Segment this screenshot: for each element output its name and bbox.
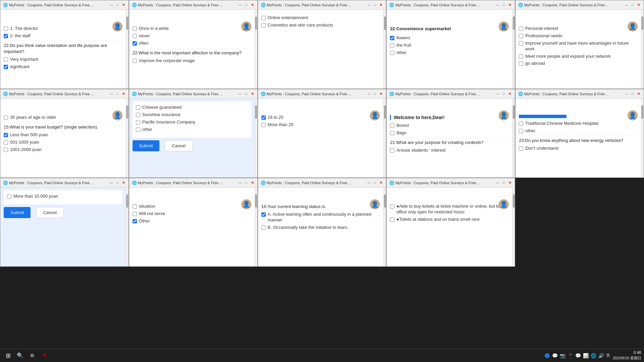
scrollbar[interactable] xyxy=(641,99,644,177)
title-bar: 🌐 MyPoints : Coupons, Paid Online Survey… xyxy=(387,89,515,99)
app-icon-red[interactable]: ✦ xyxy=(39,350,50,361)
list-item: other xyxy=(136,127,248,133)
scrollbar[interactable] xyxy=(255,188,257,266)
option-label: ●Toilets at stations and on trains smell… xyxy=(396,217,480,222)
maximize-button[interactable]: □ xyxy=(244,3,249,7)
window-controls: — □ ✕ xyxy=(495,3,512,7)
maximize-button[interactable]: □ xyxy=(115,92,120,96)
option-label: Arouse students ' interest xyxy=(396,148,445,153)
minimize-button[interactable]: — xyxy=(238,180,243,185)
taskbar: ⊞ 🔍 ⧉ ✦ 🔵 💬 📷 📱 💬 📊 🌐 🔊 英 0:46 2023/9/10… xyxy=(0,349,644,362)
scrollbar[interactable] xyxy=(255,10,257,89)
minimize-button[interactable]: — xyxy=(109,180,114,185)
browser-window-13: 🌐 MyPoints : Coupons, Paid Online Survey… xyxy=(258,178,387,267)
cancel-button[interactable]: Cancel xyxy=(165,140,192,151)
search-icon[interactable]: 🔍 xyxy=(15,350,26,361)
start-button[interactable]: ⊞ xyxy=(3,350,13,361)
maximize-button[interactable]: □ xyxy=(501,180,506,185)
window-title: MyPoints : Coupons, Paid Online Surveys … xyxy=(267,181,367,185)
option-label: Improve the corporate image xyxy=(139,58,195,64)
option-label: 18 to 25 xyxy=(268,115,284,120)
option-label: Chinese guaranteed xyxy=(142,105,182,110)
option-label: Once in a while xyxy=(139,26,169,32)
option-label: Bags xyxy=(396,130,406,136)
close-button[interactable]: ✕ xyxy=(121,180,126,185)
close-button[interactable]: ✕ xyxy=(507,3,512,7)
close-button[interactable]: ✕ xyxy=(379,3,383,7)
minimize-button[interactable]: — xyxy=(624,3,629,7)
maximize-button[interactable]: □ xyxy=(115,180,120,185)
browser-window-8: 🌐 MyPoints : Coupons, Paid Online Survey… xyxy=(258,89,387,178)
close-button[interactable]: ✕ xyxy=(379,180,383,185)
window-title: MyPoints : Coupons, Paid Online Surveys … xyxy=(9,181,109,185)
minimize-button[interactable]: — xyxy=(624,92,629,96)
minimize-button[interactable]: — xyxy=(495,92,500,96)
browser-favicon: 🌐 xyxy=(518,3,523,7)
close-button[interactable]: ✕ xyxy=(379,92,383,96)
maximize-button[interactable]: □ xyxy=(501,3,506,7)
list-item: Meet more people and expand your network xyxy=(519,54,638,59)
scrollbar[interactable] xyxy=(126,99,129,177)
close-button[interactable]: ✕ xyxy=(636,92,641,96)
title-bar: 🌐 MyPoints : Coupons, Paid Online Survey… xyxy=(258,0,386,10)
minimize-button[interactable]: — xyxy=(238,92,243,96)
maximize-button[interactable]: □ xyxy=(115,3,120,7)
close-button[interactable]: ✕ xyxy=(121,3,126,7)
option-label: More than 25 xyxy=(268,122,294,128)
scrollbar[interactable] xyxy=(512,99,515,177)
minimize-button[interactable]: — xyxy=(366,180,371,185)
option-label: other xyxy=(142,127,152,133)
close-button[interactable]: ✕ xyxy=(636,3,641,7)
window-controls: — □ ✕ xyxy=(624,92,641,96)
minimize-button[interactable]: — xyxy=(238,3,243,7)
cancel-button[interactable]: Cancel xyxy=(36,207,63,218)
scrollbar[interactable] xyxy=(383,188,386,266)
content-area: 👤 Welcome to here,Dear! Boxed Bags 21:Wh… xyxy=(387,99,515,177)
minimize-button[interactable]: — xyxy=(495,3,500,7)
window-controls: — □ ✕ xyxy=(495,180,512,185)
option-label: Boxed xyxy=(396,123,409,128)
question-text: 23:Do you know anything about new energy… xyxy=(519,138,638,144)
maximize-button[interactable]: □ xyxy=(630,3,635,7)
maximize-button[interactable]: □ xyxy=(244,92,249,96)
close-button[interactable]: ✕ xyxy=(121,92,126,96)
scrollbar[interactable] xyxy=(126,10,129,89)
window-controls: — □ ✕ xyxy=(238,180,255,185)
window-controls: — □ ✕ xyxy=(109,3,126,7)
title-bar: 🌐 MyPoints : Coupons, Paid Online Survey… xyxy=(515,0,644,10)
close-button[interactable]: ✕ xyxy=(250,92,255,96)
minimize-button[interactable]: — xyxy=(109,3,114,7)
option-label: never xyxy=(139,33,150,39)
maximize-button[interactable]: □ xyxy=(373,180,377,185)
minimize-button[interactable]: — xyxy=(366,3,371,7)
scrollbar[interactable] xyxy=(641,10,644,89)
close-button[interactable]: ✕ xyxy=(250,3,255,7)
maximize-button[interactable]: □ xyxy=(244,180,249,185)
maximize-button[interactable]: □ xyxy=(373,92,377,96)
minimize-button[interactable]: — xyxy=(495,180,500,185)
list-item: Don't understand xyxy=(519,146,638,151)
scrollbar[interactable] xyxy=(255,99,257,177)
minimize-button[interactable]: — xyxy=(109,92,114,96)
scrollbar[interactable] xyxy=(383,10,386,89)
window-title: MyPoints : Coupons, Paid Online Surveys … xyxy=(524,3,624,7)
maximize-button[interactable]: □ xyxy=(501,92,506,96)
scrollbar[interactable] xyxy=(512,188,515,266)
minimize-button[interactable]: — xyxy=(366,92,371,96)
maximize-button[interactable]: □ xyxy=(373,3,377,7)
maximize-button[interactable]: □ xyxy=(630,92,635,96)
scrollbar[interactable] xyxy=(126,188,129,266)
option-label: the fruit xyxy=(396,43,411,48)
close-button[interactable]: ✕ xyxy=(507,92,512,96)
scrollbar[interactable] xyxy=(512,10,515,89)
submit-button[interactable]: Submit xyxy=(133,140,159,151)
scrollbar[interactable] xyxy=(383,99,386,177)
close-button[interactable]: ✕ xyxy=(507,180,512,185)
list-item: B. Occasionally take the initiative to l… xyxy=(261,225,380,230)
option-label: Sunshine insurance xyxy=(142,112,181,118)
close-button[interactable]: ✕ xyxy=(250,180,255,185)
taskview-icon[interactable]: ⧉ xyxy=(27,350,38,361)
submit-button[interactable]: Submit xyxy=(4,207,31,218)
window-title: MyPoints : Coupons, Paid Online Surveys … xyxy=(395,92,495,96)
option-label: flowers xyxy=(396,35,410,41)
